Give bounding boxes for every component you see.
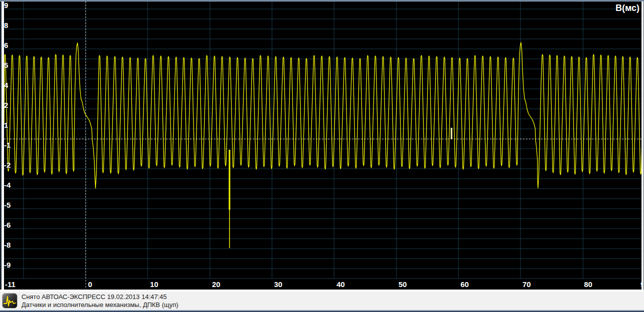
y-axis-tick-label: -8 (4, 241, 10, 250)
x-axis-tick-label: 80 (584, 280, 592, 289)
y-axis-tick-label: 2 (4, 101, 8, 110)
x-axis-tick-label: 40 (336, 280, 345, 289)
oscilloscope-icon (2, 293, 18, 309)
status-bar: Снято АВТОАС-ЭКСПРЕСС 19.02.2013 14:47:4… (0, 292, 644, 310)
x-axis-tick-label: 60 (460, 280, 469, 289)
frame-top-light (0, 0, 644, 1)
x-axis-tick-label: 0 (88, 280, 92, 289)
oscilloscope-window: 9865421-1-2-4-5-6-8-9-110102030405060708… (0, 0, 644, 312)
frame-left-white (2, 1, 4, 290)
y-axis-tick-label: 9 (4, 1, 8, 10)
y-axis-tick-label: -9 (4, 261, 10, 270)
x-axis-tick-label: 30 (274, 280, 282, 289)
x-axis-tick-label: 50 (398, 280, 407, 289)
y-axis-tick-label: -2 (4, 161, 10, 170)
x-axis-tick-label: 20 (212, 280, 220, 289)
y-axis-tick-label: 4 (4, 81, 8, 90)
y-axis-tick-label: -6 (4, 221, 10, 230)
x-axis-tick-label: -11 (5, 280, 16, 289)
y-axis-tick-label: -1 (4, 141, 10, 150)
y-axis-tick-label: -4 (4, 181, 10, 190)
waveform-canvas[interactable] (0, 0, 644, 292)
y-axis-tick-label: 6 (4, 41, 8, 50)
y-axis-tick-label: 1 (4, 121, 8, 130)
x-axis-tick-label: 70 (522, 280, 531, 289)
dpkv-waveform-trace (4, 42, 644, 188)
x-axis-tick-label: 10 (150, 280, 158, 289)
status-line-1: Снято АВТОАС-ЭКСПРЕСС 19.02.2013 14:47:4… (22, 293, 178, 301)
y-axis-tick-label: 8 (4, 21, 8, 30)
y-axis-tick-label: -5 (4, 201, 10, 210)
y-axis-tick-label: 5 (4, 61, 8, 70)
axis-unit-label: В(мс) (616, 3, 640, 13)
status-line-2: Датчики и исполнительные механизмы, ДПКВ… (22, 301, 178, 309)
